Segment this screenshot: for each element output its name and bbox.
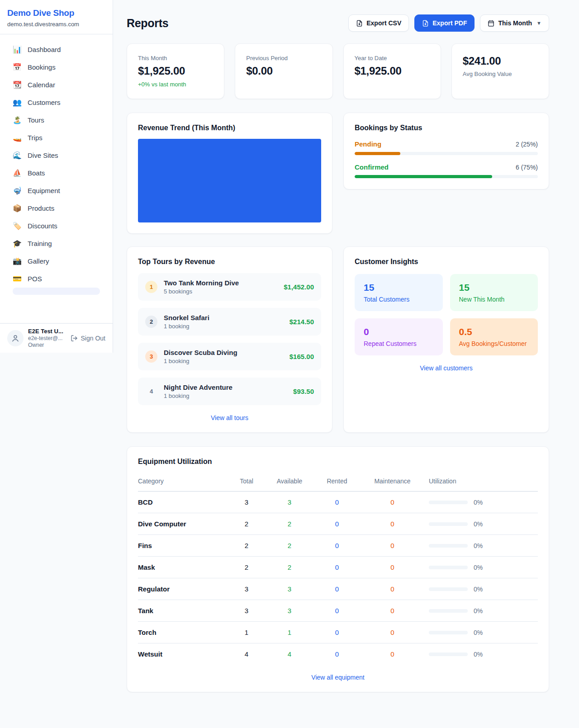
status-bar-track	[355, 175, 538, 178]
rank-badge: 1	[145, 281, 157, 293]
equipment-maintenance: 0	[360, 520, 425, 528]
view-all-customers-link[interactable]: View all customers	[355, 364, 538, 372]
nav-icon: 📅	[13, 63, 22, 71]
chevron-down-icon: ▼	[536, 20, 541, 26]
equipment-row: Wetsuit 4 4 0 0 0%	[138, 643, 538, 665]
equipment-rented: 0	[314, 607, 360, 615]
equipment-utilization-card: Equipment Utilization Category Total Ava…	[127, 446, 549, 692]
equipment-total: 4	[228, 650, 265, 658]
view-all-equipment-link[interactable]: View all equipment	[138, 674, 538, 681]
equipment-rented: 0	[314, 563, 360, 571]
equipment-rented: 0	[314, 542, 360, 549]
nav-label: POS	[28, 275, 42, 283]
view-all-tours-link[interactable]: View all tours	[138, 414, 321, 421]
utilization-percent: 0%	[474, 520, 483, 528]
nav-label: Discounts	[28, 222, 57, 230]
equipment-category: BCD	[138, 498, 228, 506]
equipment-table: Category Total Available Rented Maintena…	[138, 475, 538, 665]
status-bar-fill	[355, 175, 492, 178]
equipment-total: 3	[228, 607, 265, 615]
bookings-by-status-card: Bookings by Status Pending 2 (25%) Confi…	[343, 113, 549, 189]
nav-label: Gallery	[28, 257, 49, 265]
sidebar-item-tours[interactable]: 🏝️ Tours	[7, 111, 105, 129]
utilization-bar-track	[429, 522, 468, 526]
equipment-rented: 0	[314, 520, 360, 528]
page-title: Reports	[127, 17, 168, 30]
equipment-maintenance: 0	[360, 607, 425, 615]
sidebar-item-training[interactable]: 🎓 Training	[7, 235, 105, 252]
sidebar-item-bookings[interactable]: 📅 Bookings	[7, 58, 105, 76]
period-select[interactable]: This Month ▼	[480, 14, 549, 32]
sidebar-nav: 📊 Dashboard 📅 Bookings 📆 Calendar 👥 Cust…	[0, 34, 113, 323]
header-actions: Export CSV Export PDF This Month ▼	[348, 14, 549, 32]
utilization-bar-track	[429, 631, 468, 634]
page-header: Reports Export CSV Export PDF This Month…	[127, 14, 549, 32]
sidebar-item-trips[interactable]: 🚤 Trips	[7, 129, 105, 147]
nav-label: Customers	[28, 99, 61, 106]
tour-name: Discover Scuba Diving	[164, 349, 283, 356]
tour-row[interactable]: 2 Snorkel Safari 1 booking $214.50	[138, 308, 321, 336]
utilization-percent: 0%	[474, 542, 483, 549]
tour-row[interactable]: 1 Two Tank Morning Dive 5 bookings $1,45…	[138, 273, 321, 301]
sidebar-item-equipment[interactable]: 🤿 Equipment	[7, 182, 105, 199]
sidebar-item-products[interactable]: 📦 Products	[7, 199, 105, 217]
sidebar-item-discounts[interactable]: 🏷️ Discounts	[7, 217, 105, 235]
stat-card-avg-booking-value: $241.00 Avg Booking Value	[451, 43, 549, 99]
nav-icon: 📊	[13, 45, 22, 54]
insight-value: 15	[364, 282, 434, 293]
equipment-total: 3	[228, 498, 265, 506]
export-pdf-button[interactable]: Export PDF	[414, 14, 475, 32]
tour-bookings: 5 bookings	[164, 288, 277, 295]
equipment-rented: 0	[314, 585, 360, 593]
utilization-percent: 0%	[474, 499, 483, 506]
equipment-maintenance: 0	[360, 498, 425, 506]
nav-label: Calendar	[28, 81, 55, 89]
period-label: This Month	[498, 19, 532, 27]
status-label: Confirmed	[355, 163, 389, 171]
sidebar-item-reports-active-partial[interactable]	[13, 288, 100, 295]
stat-value: $1,925.00	[138, 65, 213, 77]
equipment-row: Regulator 3 3 0 0 0%	[138, 578, 538, 600]
equipment-row: Dive Computer 2 2 0 0 0%	[138, 513, 538, 535]
rank-badge: 4	[145, 385, 157, 397]
equipment-maintenance: 0	[360, 629, 425, 636]
insight-label: New This Month	[459, 296, 529, 303]
insight-tile: 15 Total Customers	[355, 274, 443, 311]
equipment-total: 2	[228, 563, 265, 571]
equipment-rented: 0	[314, 650, 360, 658]
tour-row[interactable]: 3 Discover Scuba Diving 1 booking $165.0…	[138, 343, 321, 370]
sidebar-item-dashboard[interactable]: 📊 Dashboard	[7, 41, 105, 58]
tour-bookings: 1 booking	[164, 392, 287, 399]
equipment-category: Dive Computer	[138, 520, 228, 528]
utilization-bar-track	[429, 609, 468, 613]
customer-insights-card: Customer Insights 15 Total Customers 15 …	[343, 246, 549, 433]
status-count: 6 (75%)	[516, 164, 538, 171]
col-available: Available	[265, 477, 314, 485]
file-download-icon	[356, 20, 363, 27]
sidebar-item-calendar[interactable]: 📆 Calendar	[7, 76, 105, 94]
insight-tile: 0 Repeat Customers	[355, 318, 443, 355]
revenue-trend-title: Revenue Trend (This Month)	[138, 124, 321, 132]
shop-header: Demo Dive Shop demo.test.divestreams.com	[0, 0, 113, 34]
export-csv-label: Export CSV	[366, 19, 401, 27]
sidebar-item-customers[interactable]: 👥 Customers	[7, 94, 105, 111]
sidebar-item-boats[interactable]: ⛵ Boats	[7, 164, 105, 182]
customer-insights-title: Customer Insights	[355, 258, 538, 266]
sidebar-item-pos[interactable]: 💳 POS	[7, 270, 105, 288]
nav-label: Bookings	[28, 63, 56, 71]
sign-out-button[interactable]: Sign Out	[71, 335, 105, 342]
revenue-trend-card: Revenue Trend (This Month)	[127, 113, 332, 234]
sidebar-item-gallery[interactable]: 📸 Gallery	[7, 252, 105, 270]
stat-value: $241.00	[463, 55, 538, 67]
sidebar-item-dive-sites[interactable]: 🌊 Dive Sites	[7, 147, 105, 164]
stat-value: $1,925.00	[355, 65, 430, 77]
col-total: Total	[228, 477, 265, 485]
top-tours-title: Top Tours by Revenue	[138, 258, 321, 266]
utilization-percent: 0%	[474, 651, 483, 658]
tour-row[interactable]: 4 Night Dive Adventure 1 booking $93.50	[138, 378, 321, 405]
stat-label: Year to Date	[355, 55, 430, 61]
equipment-category: Tank	[138, 607, 228, 615]
charts-grid: Revenue Trend (This Month) Bookings by S…	[127, 113, 549, 234]
nav-label: Products	[28, 204, 54, 212]
export-csv-button[interactable]: Export CSV	[348, 14, 409, 32]
